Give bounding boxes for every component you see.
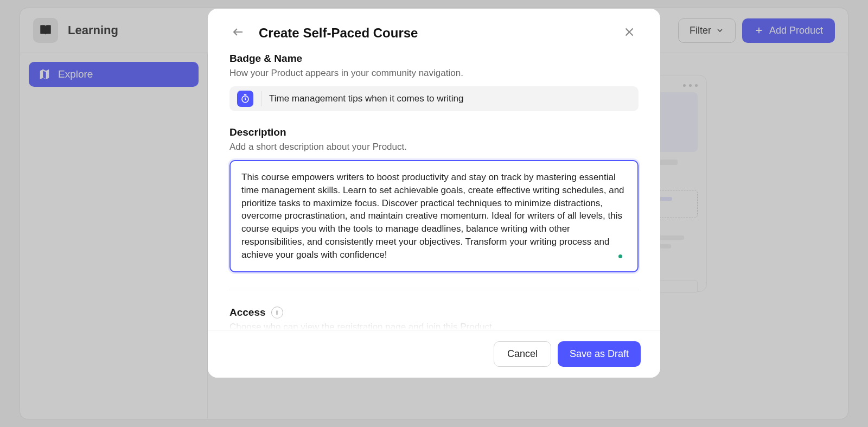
badge-section-title: Badge & Name — [229, 53, 639, 65]
create-course-modal: Create Self-Paced Course Badge & Name Ho… — [208, 9, 660, 378]
back-button[interactable] — [229, 23, 247, 42]
close-button[interactable] — [620, 23, 639, 43]
cancel-button[interactable]: Cancel — [494, 341, 551, 367]
info-icon[interactable]: i — [271, 307, 283, 318]
access-section-title: Access — [229, 307, 266, 318]
description-textarea[interactable] — [229, 160, 639, 272]
status-dot-icon — [618, 254, 622, 258]
save-draft-button[interactable]: Save as Draft — [558, 341, 641, 367]
description-section-title: Description — [229, 126, 639, 138]
badge-section-hint: How your Product appears in your communi… — [229, 68, 639, 79]
product-name-value: Time management tips when it comes to wr… — [269, 93, 463, 104]
badge-name-row[interactable]: Time management tips when it comes to wr… — [229, 86, 639, 111]
divider — [261, 91, 261, 106]
access-section-hint: Choose who can view the registration pag… — [229, 322, 639, 330]
clock-icon — [237, 91, 253, 107]
modal-overlay[interactable]: Create Self-Paced Course Badge & Name Ho… — [0, 0, 868, 427]
modal-title: Create Self-Paced Course — [259, 26, 418, 41]
close-icon — [622, 25, 636, 39]
arrow-left-icon — [232, 26, 245, 39]
description-section-hint: Add a short description about your Produ… — [229, 142, 639, 152]
